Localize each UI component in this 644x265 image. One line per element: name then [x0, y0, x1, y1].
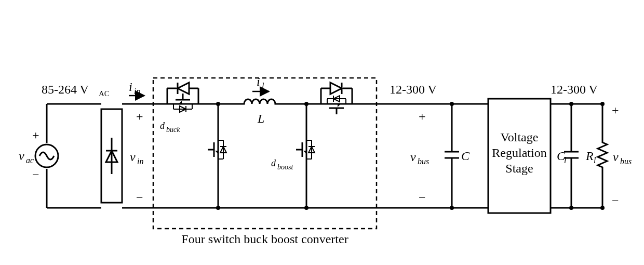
bridge-rectifier [101, 109, 122, 203]
svg-point-64 [600, 102, 605, 106]
iin-symbol: i [129, 80, 132, 94]
reg1: Voltage [501, 130, 539, 144]
inductor: i l L [239, 75, 280, 125]
vac-range-label: 85-264 V [42, 83, 89, 96]
vbus-sym: v [410, 150, 416, 164]
L-label: L [257, 112, 264, 125]
boost-low-switch: d boost [271, 102, 315, 210]
bus-range-left: 12-300 V [390, 83, 437, 96]
vin-symbol: v [130, 150, 136, 164]
vbus-sub: bus [418, 157, 429, 166]
converter-caption: Four switch buck boost converter [181, 232, 348, 246]
vbus2-plus: + [612, 103, 619, 117]
boost-high-switch [321, 83, 352, 114]
vac-minus: − [32, 168, 39, 181]
Cl-sub: l [564, 156, 567, 165]
circuit-diagram: 85-264 V AC + − v ac + v in − i in Four … [0, 0, 644, 265]
vac-sub: ac [26, 156, 34, 165]
svg-point-48 [304, 102, 308, 106]
vin-minus: − [136, 191, 143, 204]
svg-point-65 [600, 206, 605, 210]
vin-labels: + v in − [130, 110, 143, 204]
vbus2-sub: bus [620, 157, 632, 166]
dbuck-sym: d [160, 121, 165, 131]
vbus2-sym: v [613, 150, 619, 164]
svg-point-60 [569, 102, 573, 106]
dboost-sub: boost [277, 163, 293, 171]
il-sym: i [257, 75, 260, 88]
vin-sub: in [137, 157, 143, 166]
vbus2-minus: − [612, 194, 619, 207]
load-cap: C l [557, 102, 579, 210]
vac-range-suffix: AC [99, 89, 110, 98]
bus-cap: C [445, 102, 470, 210]
reg3: Stage [505, 162, 533, 175]
vbus-plus: + [419, 110, 426, 123]
buck-low-switch [208, 102, 226, 210]
bus-range-right: 12-300 V [551, 83, 598, 96]
ac-source-icon [35, 144, 58, 167]
Rl-sym: R [585, 149, 594, 163]
Rl-sub: l [594, 156, 596, 165]
vac-symbol: v [19, 149, 24, 163]
svg-point-44 [216, 102, 220, 106]
svg-point-53 [450, 102, 454, 106]
vbus-minus: − [419, 191, 426, 204]
svg-point-54 [450, 206, 454, 210]
svg-point-61 [569, 206, 573, 210]
voltage-reg-stage: Voltage Regulation Stage [488, 99, 551, 213]
vin-plus: + [136, 110, 143, 123]
dbuck-sub: buck [166, 126, 180, 134]
il-sub: l [262, 82, 264, 90]
dboost-sym: d [271, 158, 276, 168]
buck-high-switch: d buck [160, 83, 198, 134]
iin-sub: in [134, 87, 140, 96]
load-res: R l [585, 102, 607, 210]
ac-source-section: 85-264 V AC + − v ac [19, 83, 110, 208]
iin-arrow: i in [129, 80, 144, 96]
vbus-labels: 12-300 V + v bus − [390, 83, 437, 204]
reg2: Regulation [492, 146, 546, 160]
C-label: C [461, 149, 470, 163]
vac-plus: + [32, 128, 39, 142]
